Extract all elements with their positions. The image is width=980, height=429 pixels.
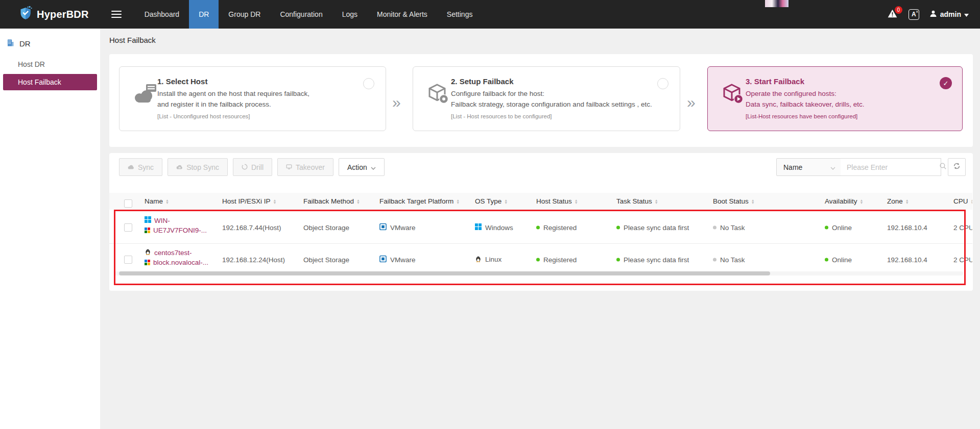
windows-logo-icon xyxy=(475,223,482,232)
nav-item-dashboard[interactable]: Dashboard xyxy=(135,0,189,29)
horizontal-scrollbar-track[interactable] xyxy=(114,271,963,275)
host-name-link[interactable]: UE7JV7FONI9-... xyxy=(145,226,207,234)
sort-icon[interactable]: ▲▼ xyxy=(905,199,909,204)
step2-radio[interactable] xyxy=(657,78,668,89)
sidebar: DR Host DR Host Failback xyxy=(0,29,100,429)
column-header-cpu[interactable]: CPU ▲▼ xyxy=(953,193,972,210)
nav-item-group-dr[interactable]: Group DR xyxy=(219,0,270,29)
platform-cell: VMware xyxy=(379,255,416,264)
column-header-host-ip[interactable]: Host IP/ESXi IP ▲▼ xyxy=(222,193,276,210)
step-card-select-host[interactable]: 1. Select Host Install the agent on the … xyxy=(119,66,386,131)
column-header-availability[interactable]: Availability ▲▼ xyxy=(825,193,863,210)
column-header-name[interactable]: Name ▲▼ xyxy=(145,193,169,210)
cloud-server-icon xyxy=(133,83,157,107)
host-name-link[interactable]: block.novalocal-... xyxy=(145,259,208,266)
brand-name: HyperBDR xyxy=(37,9,89,20)
status-dot xyxy=(825,226,828,230)
shield-logo-icon xyxy=(19,6,32,22)
takeover-icon xyxy=(286,163,292,171)
user-name: admin xyxy=(940,10,961,18)
step1-title: 1. Select Host xyxy=(157,77,207,86)
cpu-cell: 2 CPU xyxy=(953,224,972,232)
double-chevron-icon: » xyxy=(687,94,696,111)
chevron-down-icon xyxy=(964,10,969,19)
column-header-task-status[interactable]: Task Status ▲▼ xyxy=(616,193,658,210)
menu-toggle-icon[interactable] xyxy=(111,11,122,18)
column-header-host-status[interactable]: Host Status ▲▼ xyxy=(536,193,578,210)
chevron-down-icon xyxy=(371,163,376,171)
step-card-setup-failback[interactable]: 2. Setup Failback Configure failback for… xyxy=(413,66,680,131)
search-icon[interactable] xyxy=(939,162,947,172)
sidebar-item-host-failback[interactable]: Host Failback xyxy=(3,74,97,90)
filter-field-select[interactable]: Name xyxy=(776,158,841,176)
step3-desc-line2: Data sync, failback takeover, drills, et… xyxy=(746,100,865,108)
sidebar-section-dr[interactable]: DR xyxy=(0,29,100,56)
alerts-bell-icon[interactable]: 0 xyxy=(887,9,898,20)
horizontal-scrollbar-thumb[interactable] xyxy=(119,271,770,275)
cpu-cell: 2 CPU xyxy=(953,256,972,263)
storage-play-icon xyxy=(721,83,745,107)
stop-sync-button[interactable]: Stop Sync xyxy=(168,158,228,176)
step-card-start-failback[interactable]: 3. Start Failback Operate the configured… xyxy=(707,66,963,131)
nav-item-settings[interactable]: Settings xyxy=(437,0,483,29)
sort-icon[interactable]: ▲▼ xyxy=(273,199,277,204)
platform-cell: VMware xyxy=(379,223,416,232)
column-header-os-type[interactable]: OS Type ▲▼ xyxy=(475,193,508,210)
column-header-zone[interactable]: Zone ▲▼ xyxy=(887,193,909,210)
status-dot xyxy=(616,258,620,261)
sort-icon[interactable]: ▲▼ xyxy=(575,199,578,204)
brand-logo[interactable]: HyperBDR xyxy=(0,6,89,22)
agent-icon xyxy=(145,228,150,233)
main-content: Host Failback 1. Select Host Install the… xyxy=(100,29,980,429)
overlapping-window-sliver xyxy=(765,0,788,7)
action-dropdown-button[interactable]: Action xyxy=(339,158,385,176)
building-icon xyxy=(6,39,15,48)
action-button-label: Action xyxy=(347,163,367,171)
column-header-failback-target-platform[interactable]: Failback Target Platform ▲▼ xyxy=(379,193,460,210)
nav-item-configuration[interactable]: Configuration xyxy=(270,0,332,29)
column-header-failback-method[interactable]: Failback Method ▲▼ xyxy=(303,193,360,210)
sort-icon[interactable]: ▲▼ xyxy=(356,199,360,204)
sort-icon[interactable]: ▲▼ xyxy=(165,199,169,204)
vmware-icon xyxy=(379,255,387,264)
user-menu[interactable]: admin xyxy=(929,10,969,19)
sort-icon[interactable]: ▲▼ xyxy=(456,199,460,204)
column-header-boot-status[interactable]: Boot Status ▲▼ xyxy=(713,193,755,210)
top-navbar: HyperBDR Dashboard DR Group DR Configura… xyxy=(0,0,980,29)
sort-icon[interactable]: ▲▼ xyxy=(751,199,755,204)
sync-button[interactable]: Sync xyxy=(119,158,162,176)
nav-item-logs[interactable]: Logs xyxy=(332,0,367,29)
refresh-button[interactable] xyxy=(948,158,966,176)
host-name-link[interactable]: centos7test- xyxy=(145,248,208,257)
table-row[interactable]: WIN- UE7JV7FONI9-... 192.168.7.44(Host) … xyxy=(109,212,972,243)
zone-cell: 192.168.10.4 xyxy=(887,224,927,232)
user-avatar-icon xyxy=(929,10,937,19)
step1-radio[interactable] xyxy=(363,78,374,89)
drill-button[interactable]: Drill xyxy=(233,158,272,176)
row-checkbox[interactable] xyxy=(124,223,132,232)
search-input[interactable] xyxy=(847,163,939,171)
language-switch-icon[interactable]: Ax xyxy=(909,9,919,20)
takeover-button[interactable]: Takeover xyxy=(277,158,333,176)
host-name-link[interactable]: WIN- xyxy=(145,216,207,224)
sort-icon[interactable]: ▲▼ xyxy=(504,199,508,204)
sidebar-item-host-dr[interactable]: Host DR xyxy=(0,56,100,73)
status-dot xyxy=(713,258,716,261)
row-checkbox[interactable] xyxy=(124,256,132,264)
status-dot xyxy=(536,258,540,261)
windows-logo-icon xyxy=(145,216,151,224)
select-all-checkbox[interactable] xyxy=(124,199,132,208)
vmware-icon xyxy=(379,223,387,232)
sort-icon[interactable]: ▲▼ xyxy=(655,199,658,204)
failback-method-cell: Object Storage xyxy=(303,224,349,232)
step2-list-hint: [List - Host resources to be configured] xyxy=(451,113,552,119)
nav-item-dr[interactable]: DR xyxy=(189,0,219,29)
sort-icon[interactable]: ▲▼ xyxy=(971,199,972,204)
table-row[interactable]: centos7test- block.novalocal-... 192.168… xyxy=(109,243,972,275)
nav-item-monitor-alerts[interactable]: Monitor & Alerts xyxy=(367,0,437,29)
takeover-button-label: Takeover xyxy=(296,163,325,171)
sort-icon[interactable]: ▲▼ xyxy=(860,199,864,204)
linux-logo-icon xyxy=(145,248,151,257)
failback-steps-panel: 1. Select Host Install the agent on the … xyxy=(109,54,973,147)
chevron-down-icon xyxy=(830,163,835,171)
